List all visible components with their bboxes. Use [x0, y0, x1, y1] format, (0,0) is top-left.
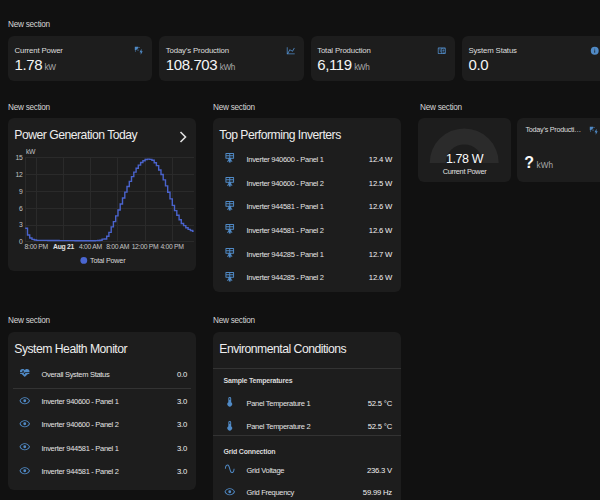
- svg-text:12:00 PM: 12:00 PM: [132, 242, 159, 249]
- svg-text:3: 3: [19, 221, 23, 228]
- svg-text:0: 0: [19, 238, 23, 245]
- svg-text:4:00 AM: 4:00 AM: [79, 242, 102, 249]
- svg-text:8:00 PM: 8:00 PM: [25, 242, 49, 249]
- svg-text:15: 15: [16, 154, 23, 161]
- svg-text:kW: kW: [26, 148, 36, 155]
- svg-text:Aug 21: Aug 21: [53, 242, 74, 250]
- svg-text:9: 9: [19, 187, 23, 194]
- svg-text:12: 12: [16, 171, 23, 178]
- svg-text:8:00 AM: 8:00 AM: [106, 242, 129, 249]
- svg-text:4:00 PM: 4:00 PM: [160, 242, 184, 249]
- svg-text:6: 6: [19, 204, 23, 211]
- svg-text:Total Power: Total Power: [90, 256, 126, 265]
